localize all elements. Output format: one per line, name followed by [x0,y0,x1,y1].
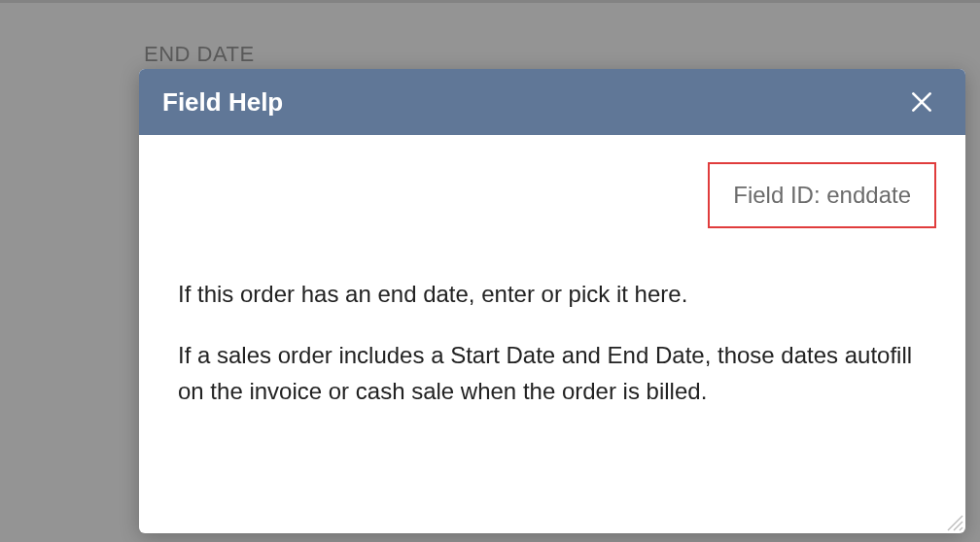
help-content: If this order has an end date, enter or … [178,276,927,410]
help-paragraph-2: If a sales order includes a Start Date a… [178,337,927,409]
svg-line-4 [960,527,962,530]
field-help-modal: Field Help Field ID: enddate If this ord… [139,69,965,533]
field-id-text: Field ID: enddate [733,182,911,208]
close-icon [909,89,934,115]
help-paragraph-1: If this order has an end date, enter or … [178,276,927,312]
modal-header: Field Help [139,69,965,135]
field-id-box: Field ID: enddate [708,162,936,228]
resize-icon [944,512,963,531]
end-date-label: END DATE [144,42,255,67]
resize-handle[interactable] [944,512,963,531]
modal-body: Field ID: enddate If this order has an e… [139,135,965,533]
modal-title: Field Help [162,87,283,118]
close-button[interactable] [901,82,942,122]
